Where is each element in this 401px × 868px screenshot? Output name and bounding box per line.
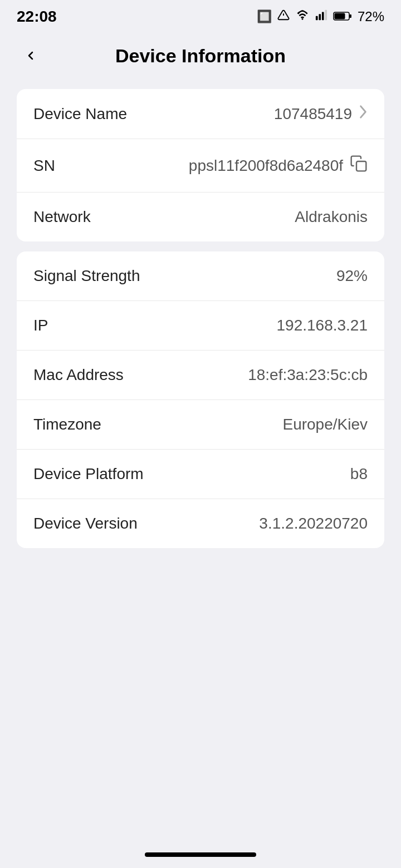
wifi-icon xyxy=(295,9,310,24)
page-title: Device Information xyxy=(115,45,286,67)
network-label: Network xyxy=(33,208,91,226)
ip-label: IP xyxy=(33,317,48,334)
notification-icon: 🔲 xyxy=(257,9,272,24)
svg-point-2 xyxy=(302,18,304,20)
copy-icon[interactable] xyxy=(350,155,368,176)
device-version-row: Device Version 3.1.2.20220720 xyxy=(17,499,384,548)
header: Device Information xyxy=(0,33,401,78)
content: Device Name 107485419 SN ppsl11f200f8d6a… xyxy=(0,78,401,559)
network-row: Network Aldrakonis xyxy=(17,193,384,241)
battery-icon xyxy=(333,9,352,24)
timezone-value: Europe/Kiev xyxy=(282,416,368,433)
signal-strength-label: Signal Strength xyxy=(33,267,140,285)
svg-rect-9 xyxy=(334,13,345,19)
device-name-value: 107485419 xyxy=(274,105,368,123)
svg-rect-10 xyxy=(356,161,366,171)
svg-rect-5 xyxy=(322,12,324,21)
device-card-1: Device Name 107485419 SN ppsl11f200f8d6a… xyxy=(17,89,384,241)
svg-rect-3 xyxy=(316,16,318,20)
status-bar: 22:08 🔲 xyxy=(0,0,401,33)
mac-address-value: 18:ef:3a:23:5c:cb xyxy=(248,366,368,384)
device-version-value: 3.1.2.20220720 xyxy=(259,515,368,532)
status-icons: 🔲 xyxy=(257,9,384,24)
svg-rect-4 xyxy=(319,14,321,20)
ip-value: 192.168.3.21 xyxy=(277,317,368,334)
bottom-bar-indicator xyxy=(145,852,256,857)
mac-address-row: Mac Address 18:ef:3a:23:5c:cb xyxy=(17,351,384,400)
sn-row: SN ppsl11f200f8d6a2480f xyxy=(17,139,384,193)
svg-rect-6 xyxy=(325,10,327,20)
signal-icon xyxy=(315,9,327,24)
svg-rect-8 xyxy=(349,14,351,18)
signal-strength-row: Signal Strength 92% xyxy=(17,251,384,301)
device-card-2: Signal Strength 92% IP 192.168.3.21 Mac … xyxy=(17,251,384,548)
chevron-icon xyxy=(359,105,368,123)
mac-address-label: Mac Address xyxy=(33,366,124,384)
status-time: 22:08 xyxy=(17,8,57,26)
sn-value: ppsl11f200f8d6a2480f xyxy=(189,155,368,176)
timezone-row: Timezone Europe/Kiev xyxy=(17,400,384,450)
device-platform-label: Device Platform xyxy=(33,465,144,483)
device-name-label: Device Name xyxy=(33,105,127,123)
device-name-row[interactable]: Device Name 107485419 xyxy=(17,89,384,139)
battery-percentage: 72% xyxy=(358,9,384,24)
signal-strength-value: 92% xyxy=(336,267,368,285)
timezone-label: Timezone xyxy=(33,416,101,433)
back-button[interactable] xyxy=(17,42,45,70)
device-platform-value: b8 xyxy=(350,465,368,483)
sn-label: SN xyxy=(33,157,55,175)
ip-row: IP 192.168.3.21 xyxy=(17,301,384,351)
device-platform-row: Device Platform b8 xyxy=(17,450,384,499)
device-version-label: Device Version xyxy=(33,515,138,532)
alert-icon xyxy=(277,9,290,24)
network-value: Aldrakonis xyxy=(295,208,368,226)
